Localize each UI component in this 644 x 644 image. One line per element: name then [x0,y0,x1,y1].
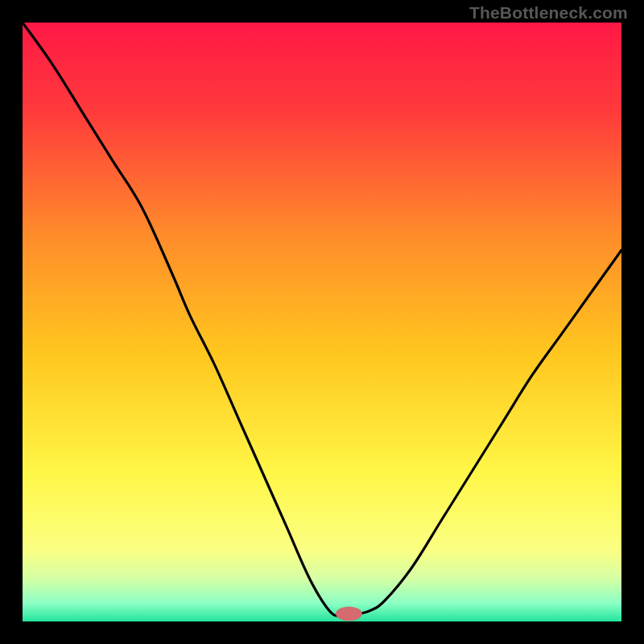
minimum-marker [336,606,362,621]
bottleneck-curve-chart [23,23,621,621]
gradient-background [23,23,621,621]
plot-area [23,23,621,621]
chart-frame: TheBottleneck.com [0,0,644,644]
attribution-text: TheBottleneck.com [469,3,628,23]
